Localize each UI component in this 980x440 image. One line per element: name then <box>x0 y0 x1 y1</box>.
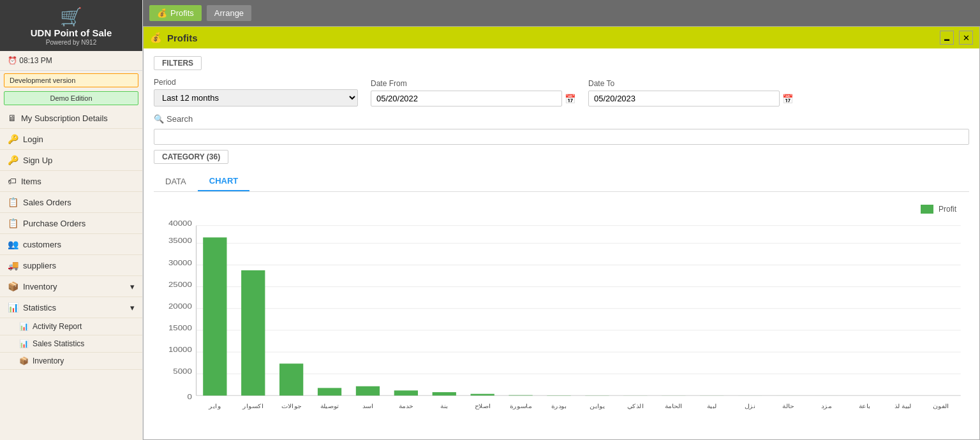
date-from-label: Date From <box>371 79 575 88</box>
sidebar-item-subscription-label: My Subscription Details <box>21 114 108 123</box>
sidebar-item-activity-report[interactable]: 📊 Activity Report <box>0 318 142 335</box>
dev-version-badge: Development version <box>4 73 138 87</box>
sidebar-time: ⏰ 08:13 PM <box>0 51 142 71</box>
chevron-down-stats-icon: ▾ <box>130 303 135 312</box>
svg-text:5000: 5000 <box>173 367 192 375</box>
login-icon: 🔑 <box>8 134 19 144</box>
main-area: 💰 Profits Arrange 💰 Profits 🗕 ✕ FILTERS … <box>143 0 980 440</box>
svg-text:25000: 25000 <box>168 281 192 288</box>
svg-text:لبية: لبية <box>707 403 716 409</box>
category-header: CATEGORY (36) <box>154 150 228 164</box>
clock-icon: ⏰ <box>8 56 17 65</box>
dialog-body: FILTERS Period Last 12 months Date From … <box>144 48 979 439</box>
search-row: 🔍 Search <box>154 114 969 124</box>
sidebar-item-items-label: Items <box>21 177 41 186</box>
svg-text:35000: 35000 <box>168 237 192 245</box>
legend-color-profit <box>921 205 933 214</box>
minimize-button[interactable]: 🗕 <box>940 31 954 45</box>
bar-chart: 0 5000 10000 15000 20000 25000 30000 <box>154 219 969 423</box>
subscription-icon: 🖥 <box>8 113 17 123</box>
date-to-label: Date To <box>588 79 793 88</box>
tabs: DATA CHART <box>154 172 969 192</box>
svg-text:مزد: مزد <box>821 403 832 410</box>
sidebar-item-items[interactable]: 🏷 Items <box>0 171 142 192</box>
demo-edition-badge: Demo Edition <box>4 91 138 105</box>
search-label: 🔍 Search <box>154 114 193 124</box>
sidebar-item-customers-label: customers <box>23 240 61 249</box>
svg-rect-25 <box>318 388 341 395</box>
date-to-input[interactable] <box>588 91 780 106</box>
sidebar-item-customers[interactable]: 👥 customers <box>0 234 142 255</box>
dialog-controls: 🗕 ✕ <box>940 31 973 45</box>
profits-btn-icon: 💰 <box>157 8 167 18</box>
svg-text:اسد: اسد <box>362 403 374 409</box>
svg-text:الفون: الفون <box>933 403 949 410</box>
statistics-icon: 📊 <box>8 302 19 312</box>
sidebar-header: 🛒 UDN Point of Sale Powered by N912 <box>0 0 142 51</box>
svg-text:حالة: حالة <box>782 403 794 409</box>
inventory-icon: 📦 <box>8 281 19 291</box>
time-display: 08:13 PM <box>19 56 52 65</box>
date-from-filter: Date From 📅 <box>371 79 575 106</box>
svg-rect-31 <box>433 392 456 395</box>
date-from-input[interactable] <box>371 91 562 106</box>
svg-rect-29 <box>394 390 418 395</box>
sidebar-item-inventory[interactable]: 📦 Inventory ▾ <box>0 276 142 297</box>
period-select[interactable]: Last 12 months <box>154 89 358 106</box>
sidebar-item-login[interactable]: 🔑 Login <box>0 129 142 150</box>
close-button[interactable]: ✕ <box>959 31 973 45</box>
sidebar-item-signup-label: Sign Up <box>23 156 52 165</box>
svg-rect-35 <box>509 395 532 396</box>
dialog-title-icon: 💰 <box>150 32 162 43</box>
customers-icon: 👥 <box>8 239 19 249</box>
svg-text:باعة: باعة <box>859 403 871 409</box>
svg-text:بودرة: بودرة <box>551 403 567 410</box>
sidebar-item-sales-orders[interactable]: 📋 Sales Orders <box>0 192 142 213</box>
tab-data[interactable]: DATA <box>154 172 198 191</box>
svg-text:اكسوار: اكسوار <box>242 403 264 410</box>
svg-text:لبية لذ: لبية لذ <box>895 403 912 409</box>
sidebar-item-signup[interactable]: 🔑 Sign Up <box>0 150 142 171</box>
legend-label-profit: Profit <box>939 205 956 214</box>
sales-orders-icon: 📋 <box>8 197 19 207</box>
svg-text:40000: 40000 <box>168 219 192 227</box>
arrange-button[interactable]: Arrange <box>207 5 251 21</box>
sidebar-item-sales-statistics[interactable]: 📊 Sales Statistics <box>0 335 142 353</box>
activity-report-icon: 📊 <box>19 322 29 331</box>
profits-button[interactable]: 💰 Profits <box>149 5 202 21</box>
tab-chart[interactable]: CHART <box>198 172 250 191</box>
search-input[interactable] <box>154 129 969 145</box>
sidebar-item-purchase-orders-label: Purchase Orders <box>23 219 85 228</box>
sidebar: 🛒 UDN Point of Sale Powered by N912 ⏰ 08… <box>0 0 143 440</box>
date-from-input-wrap: 📅 <box>371 91 575 106</box>
sidebar-item-sales-orders-label: Sales Orders <box>23 198 71 207</box>
svg-text:خدمة: خدمة <box>399 403 413 409</box>
date-to-calendar-icon[interactable]: 📅 <box>782 94 793 104</box>
svg-text:يواين: يواين <box>590 403 605 410</box>
chevron-down-icon: ▾ <box>130 282 135 291</box>
sidebar-item-sales-statistics-label: Sales Statistics <box>33 339 84 348</box>
chart-area: Profit 0 5000 10000 15000 <box>154 198 969 429</box>
sales-statistics-icon: 📊 <box>19 339 29 348</box>
svg-text:اصلاح: اصلاح <box>475 403 491 410</box>
svg-rect-21 <box>241 270 265 395</box>
profits-btn-label: Profits <box>170 8 194 18</box>
app-name: UDN Point of Sale <box>3 27 139 39</box>
date-from-calendar-icon[interactable]: 📅 <box>565 94 575 104</box>
cart-icon: 🛒 <box>3 6 139 27</box>
sidebar-item-suppliers[interactable]: 🚚 suppliers <box>0 255 142 276</box>
sidebar-item-statistics-label: Statistics <box>23 303 56 312</box>
period-filter: Period Last 12 months <box>154 78 358 106</box>
sidebar-item-statistics[interactable]: 📊 Statistics ▾ <box>0 297 142 318</box>
sidebar-item-inventory-sub[interactable]: 📦 Inventory <box>0 353 142 370</box>
chart-legend: Profit <box>154 205 956 214</box>
dialog-title-text: Profits <box>167 33 198 43</box>
sidebar-item-subscription[interactable]: 🖥 My Subscription Details <box>0 108 142 129</box>
svg-text:توصيلة: توصيلة <box>320 403 339 410</box>
filters-header: FILTERS <box>154 56 202 70</box>
sidebar-item-purchase-orders[interactable]: 📋 Purchase Orders <box>0 213 142 234</box>
svg-rect-19 <box>203 237 226 395</box>
svg-text:20000: 20000 <box>168 302 192 310</box>
filters-row: Period Last 12 months Date From 📅 Date T… <box>154 78 969 106</box>
svg-rect-23 <box>279 363 303 395</box>
